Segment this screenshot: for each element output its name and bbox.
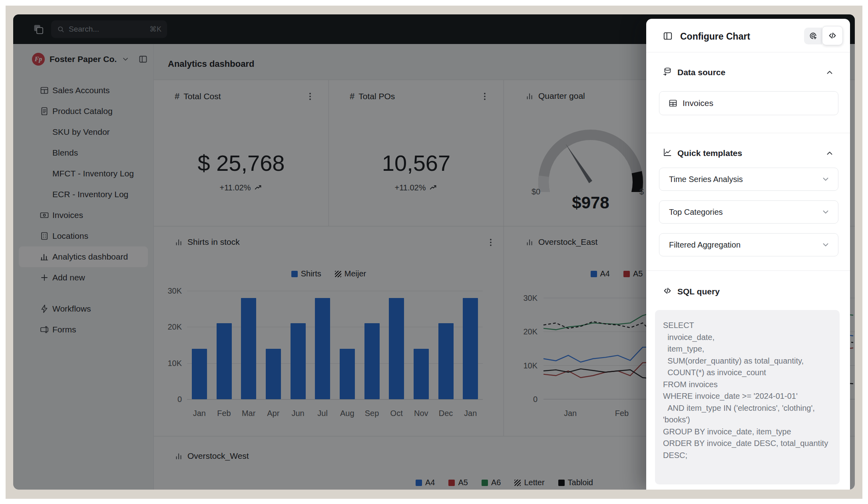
panel-left-icon (663, 31, 673, 41)
data-source-table-name: Invoices (683, 98, 713, 108)
section-label: SQL query (677, 287, 720, 296)
select-value: Filtered Aggregation (669, 240, 821, 250)
configure-chart-panel: Configure Chart Data source Invoices (646, 19, 850, 490)
code-icon (828, 31, 837, 40)
code-mode-button[interactable] (822, 26, 843, 45)
section-label: Data source (677, 68, 725, 77)
section-label: Quick templates (677, 148, 742, 158)
chevron-down-icon (821, 240, 830, 249)
data-source-table-button[interactable]: Invoices (659, 91, 838, 115)
visual-mode-button[interactable] (804, 28, 822, 44)
table-icon (668, 98, 678, 108)
database-icon (663, 67, 672, 76)
line-chart-icon (663, 148, 672, 157)
select-value: Time Series Analysis (669, 175, 821, 184)
chevron-up-icon[interactable] (825, 149, 834, 158)
panel-title: Configure Chart (680, 31, 750, 42)
sql-query-editor[interactable]: SELECT invoice_date, item_type, SUM(orde… (655, 310, 840, 484)
select-value: Top Categories (669, 208, 821, 217)
app-window: Search... ⌘K Fp Foster Paper Co. Sales A… (13, 14, 855, 490)
template-select-top-categories[interactable]: Top Categories (659, 200, 838, 224)
template-select-time-series-analysis[interactable]: Time Series Analysis (659, 168, 838, 191)
visual-select-icon (808, 31, 818, 41)
chevron-down-icon (821, 208, 830, 216)
chevron-up-icon[interactable] (825, 68, 834, 77)
template-select-filtered-aggregation[interactable]: Filtered Aggregation (659, 233, 838, 256)
code-icon (663, 286, 672, 296)
sql-query-text: SELECT invoice_date, item_type, SUM(orde… (663, 320, 832, 461)
chevron-down-icon (821, 175, 830, 184)
